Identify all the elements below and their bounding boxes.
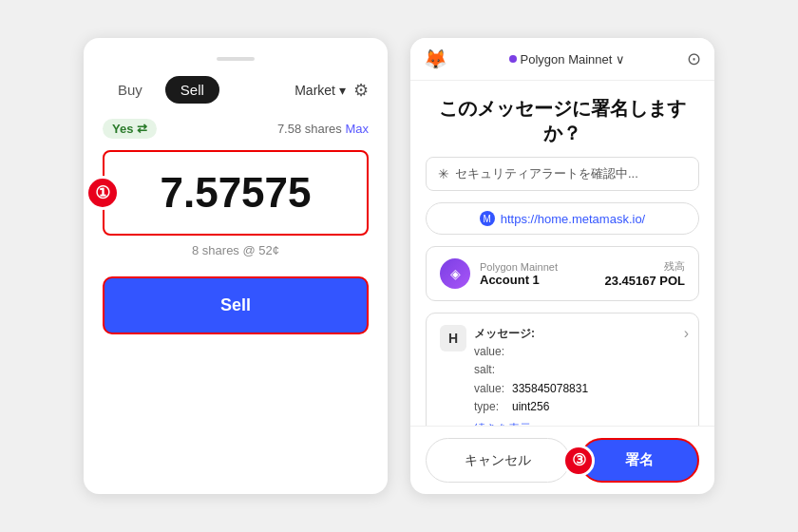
drag-handle bbox=[217, 57, 255, 61]
url-text: https://home.metamask.io/ bbox=[501, 212, 645, 226]
tab-group: Buy Sell bbox=[103, 76, 219, 104]
price-input[interactable] bbox=[103, 150, 369, 236]
account-balance: 残高 23.45167 POL bbox=[604, 259, 685, 288]
account-name: Account 1 bbox=[480, 273, 595, 287]
url-display: M https://home.metamask.io/ bbox=[426, 202, 699, 235]
balance-label: 残高 bbox=[604, 259, 685, 274]
message-card: › H メッセージ: value: salt: value: 335845 bbox=[426, 313, 699, 426]
message-row-2: salt: bbox=[474, 361, 685, 379]
message-row-1: value: bbox=[474, 343, 685, 361]
right-controls: Market ▾ ⚙ bbox=[294, 80, 369, 101]
message-row-4: type: uint256 bbox=[474, 398, 685, 416]
metamask-panel: 🦊 Polygon Mainnet ∨ ⊙ このメッセージに署名しますか？ ✳ … bbox=[410, 38, 714, 494]
msg-key-salt: salt: bbox=[474, 361, 508, 379]
msg-key-value: value: bbox=[474, 343, 508, 361]
price-input-container: ① bbox=[103, 150, 369, 236]
balance-value: 23.45167 POL bbox=[604, 274, 685, 288]
chevron-down-icon: ∨ bbox=[616, 52, 625, 66]
tab-row: Buy Sell Market ▾ ⚙ bbox=[103, 76, 369, 104]
yes-label: Yes bbox=[112, 122, 133, 136]
yes-badge: Yes ⇄ bbox=[103, 119, 157, 139]
price-subtext: 8 shares @ 52¢ bbox=[103, 243, 369, 257]
shares-count: 7.58 shares Max bbox=[277, 122, 369, 136]
network-dot bbox=[509, 55, 517, 63]
message-content: メッセージ: value: salt: value: 335845078831 bbox=[474, 325, 685, 426]
account-network-name: Polygon Mainnet bbox=[480, 261, 595, 273]
shares-text: 7.58 shares bbox=[277, 122, 342, 136]
security-icon: ✳ bbox=[438, 166, 449, 181]
message-row-3: value: 335845078831 bbox=[474, 380, 685, 398]
mm-footer: キャンセル ③ 署名 bbox=[410, 426, 714, 494]
message-title: メッセージ: bbox=[474, 325, 685, 343]
gear-icon[interactable]: ⚙ bbox=[353, 80, 369, 101]
account-info: Polygon Mainnet Account 1 bbox=[480, 261, 595, 287]
metamask-icon: M bbox=[480, 211, 495, 226]
security-text: セキュリティアラートを確認中... bbox=[455, 165, 638, 182]
max-link[interactable]: Max bbox=[345, 122, 369, 136]
cancel-button[interactable]: キャンセル bbox=[426, 438, 570, 483]
sell-button[interactable]: Sell bbox=[103, 276, 369, 334]
metamask-logo: 🦊 bbox=[424, 48, 447, 70]
settings-icon[interactable]: ⊙ bbox=[687, 48, 701, 69]
buy-tab[interactable]: Buy bbox=[103, 76, 158, 104]
msg-val-type: uint256 bbox=[512, 398, 549, 416]
msg-key-type: type: bbox=[474, 398, 508, 416]
chevron-right-icon: › bbox=[684, 325, 689, 342]
sign-button[interactable]: 署名 bbox=[580, 438, 699, 483]
msg-val-value2: 335845078831 bbox=[512, 380, 588, 398]
sell-button-container: Sell bbox=[103, 276, 369, 334]
badge-3: ③ bbox=[562, 445, 595, 477]
trading-panel: Buy Sell Market ▾ ⚙ Yes ⇄ 7.58 shares Ma… bbox=[84, 38, 388, 494]
market-dropdown[interactable]: Market ▾ bbox=[294, 83, 346, 98]
sign-button-container: ③ 署名 bbox=[580, 438, 699, 483]
sell-tab[interactable]: Sell bbox=[165, 76, 219, 104]
chevron-down-icon: ▾ bbox=[339, 83, 346, 98]
network-label: Polygon Mainnet bbox=[521, 52, 613, 66]
account-card: ◈ Polygon Mainnet Account 1 残高 23.45167 … bbox=[426, 246, 699, 301]
shares-row: Yes ⇄ 7.58 shares Max bbox=[103, 119, 369, 139]
h-icon: H bbox=[440, 325, 466, 352]
market-label: Market bbox=[294, 83, 335, 98]
mm-title: このメッセージに署名しますか？ bbox=[426, 96, 699, 145]
mm-header: 🦊 Polygon Mainnet ∨ ⊙ bbox=[410, 38, 714, 81]
badge-1: ① bbox=[86, 176, 120, 210]
polygon-icon: ◈ bbox=[440, 258, 470, 289]
security-alert: ✳ セキュリティアラートを確認中... bbox=[426, 157, 699, 191]
transfer-icon: ⇄ bbox=[137, 122, 147, 136]
msg-key-value2: value: bbox=[474, 380, 508, 398]
network-selector[interactable]: Polygon Mainnet ∨ bbox=[509, 52, 626, 66]
mm-body: このメッセージに署名しますか？ ✳ セキュリティアラートを確認中... M ht… bbox=[410, 81, 714, 426]
show-more-link[interactable]: 続きを表示 bbox=[474, 420, 531, 426]
message-header: H メッセージ: value: salt: value: 33584507883… bbox=[440, 325, 685, 426]
